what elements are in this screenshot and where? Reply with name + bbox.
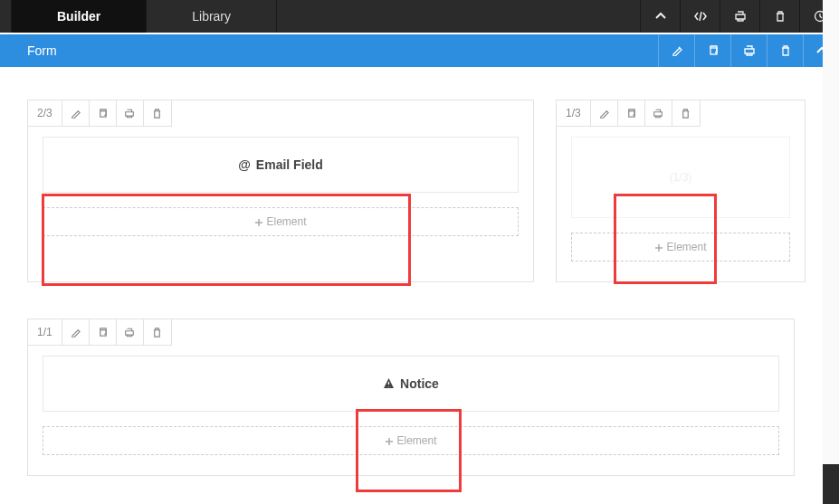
- add-element-label: Element: [396, 434, 436, 447]
- plus-icon: [385, 437, 394, 446]
- placeholder-label: (1/3): [670, 171, 692, 184]
- column-edit-button[interactable]: [62, 100, 90, 126]
- column-edit-button[interactable]: [62, 319, 90, 345]
- column-toolbar: 2/3: [27, 100, 172, 127]
- column-one-third[interactable]: 1/3 (1/3) Element: [556, 100, 806, 282]
- svg-rect-3: [628, 110, 634, 116]
- notice-label: Notice: [400, 376, 439, 391]
- column-fraction-label: 1/3: [557, 100, 591, 126]
- tab-strip: Builder Library: [0, 0, 640, 33]
- collapse-up-button[interactable]: [640, 0, 680, 33]
- section-edit-button[interactable]: [658, 34, 694, 67]
- column-print-button[interactable]: [117, 100, 144, 126]
- section-copy-button[interactable]: [694, 34, 730, 67]
- row-1: 2/3 @Email Field Element 1/3: [27, 100, 819, 282]
- column-print-button[interactable]: [117, 319, 144, 345]
- tab-builder[interactable]: Builder: [11, 0, 147, 33]
- section-actions: [658, 34, 839, 67]
- svg-rect-1: [710, 48, 717, 54]
- delete-button[interactable]: [759, 0, 799, 33]
- section-header: Form: [0, 34, 839, 67]
- tab-builder-label: Builder: [57, 9, 100, 24]
- plus-icon: [254, 218, 263, 227]
- scrollbar-track: [823, 0, 839, 504]
- column-copy-button[interactable]: [90, 100, 117, 126]
- column-toolbar: 1/3: [556, 100, 701, 127]
- top-actions: [640, 0, 839, 33]
- plus-icon: [654, 243, 663, 252]
- section-title: Form: [0, 34, 658, 67]
- add-element-label: Element: [666, 241, 706, 253]
- tab-library[interactable]: Library: [147, 0, 277, 33]
- email-field-label: Email Field: [256, 157, 323, 172]
- add-element-button[interactable]: Element: [43, 426, 779, 455]
- column-fraction-label: 2/3: [28, 100, 62, 126]
- column-edit-button[interactable]: [591, 100, 618, 126]
- column-copy-button[interactable]: [618, 100, 645, 126]
- row-2: 1/1 Notice Element: [27, 282, 819, 476]
- canvas: 2/3 @Email Field Element 1/3: [0, 67, 839, 487]
- svg-rect-4: [100, 329, 105, 335]
- add-element-label: Element: [266, 215, 306, 228]
- code-button[interactable]: [680, 0, 720, 33]
- section-print-button[interactable]: [730, 34, 767, 67]
- column-fraction-label: 1/1: [28, 319, 62, 345]
- column-print-button[interactable]: [645, 100, 672, 126]
- notice-block[interactable]: Notice: [43, 356, 779, 412]
- scrollbar-thumb[interactable]: [823, 464, 839, 504]
- email-field-block[interactable]: @Email Field: [43, 137, 519, 193]
- warning-icon: [383, 376, 395, 391]
- column-copy-button[interactable]: [90, 319, 117, 345]
- column-delete-button[interactable]: [144, 100, 171, 126]
- tab-library-label: Library: [192, 9, 231, 24]
- at-icon: @: [238, 157, 251, 172]
- print-button[interactable]: [720, 0, 759, 33]
- column-full[interactable]: 1/1 Notice Element: [27, 319, 795, 476]
- top-bar: Builder Library: [0, 0, 839, 33]
- section-delete-button[interactable]: [767, 34, 803, 67]
- placeholder-block[interactable]: (1/3): [571, 137, 790, 218]
- add-element-button[interactable]: Element: [571, 233, 790, 262]
- column-two-thirds[interactable]: 2/3 @Email Field Element: [27, 100, 534, 282]
- add-element-button[interactable]: Element: [43, 207, 519, 236]
- column-delete-button[interactable]: [672, 100, 700, 126]
- column-toolbar: 1/1: [27, 319, 172, 346]
- column-delete-button[interactable]: [144, 319, 171, 345]
- svg-rect-2: [100, 110, 105, 116]
